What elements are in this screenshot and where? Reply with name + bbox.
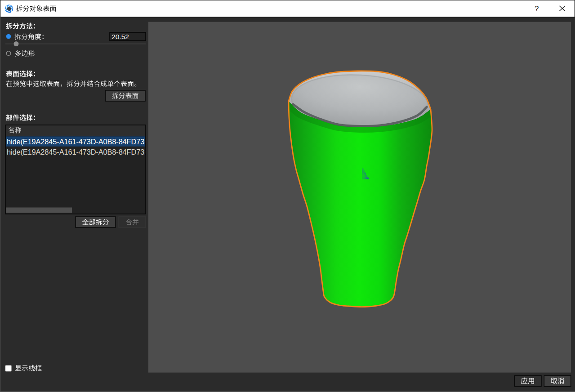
svg-text:hide(E19A2845-A161-473D-A0B8-8: hide(E19A2845-A161-473D-A0B8-84FD7324: [7, 148, 152, 156]
svg-text:hide(E19A2845-A161-473D-A0B8-8: hide(E19A2845-A161-473D-A0B8-84FD7324: [7, 138, 152, 146]
svg-text:20.52: 20.52: [111, 33, 129, 40]
svg-text:?: ?: [535, 4, 539, 13]
